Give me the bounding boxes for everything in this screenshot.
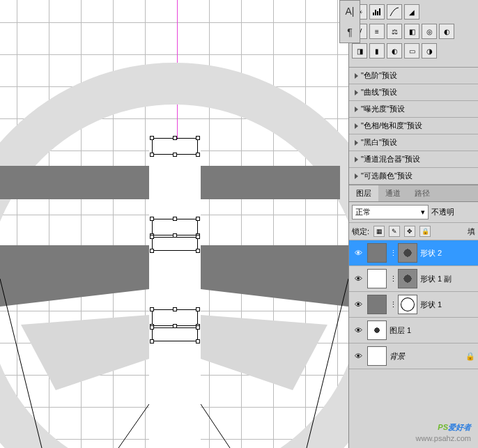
layer-row[interactable]: 👁 图层 1	[349, 318, 478, 343]
selection-1[interactable]	[152, 138, 198, 155]
lock-label: 锁定:	[352, 226, 369, 237]
layer-thumb[interactable]	[367, 243, 387, 263]
lock-icon: 🔒	[465, 352, 475, 361]
preset-bw[interactable]: "黑白"预设	[349, 134, 478, 151]
posterize-icon[interactable]: ▮	[369, 43, 385, 59]
paragraph-tool-icon[interactable]: ¶	[342, 24, 357, 40]
expand-icon	[355, 73, 358, 79]
blend-mode-select[interactable]: 正常 ▾	[352, 205, 429, 219]
visibility-icon[interactable]: 👁	[352, 300, 364, 309]
canvas-area[interactable]	[0, 0, 348, 448]
watermark-text: 爱好者	[448, 423, 471, 431]
layer-thumb[interactable]	[367, 269, 387, 288]
preset-mixer[interactable]: "通道混合器"预设	[349, 151, 478, 168]
layer-row[interactable]: 👁 ⋮ 形状 1 副	[349, 266, 478, 292]
selection-3[interactable]	[152, 237, 198, 251]
vector-mask-thumb[interactable]	[398, 269, 417, 288]
app-root: A| ¶ ☀ ◢ V ≡ ⚖ ◧ ◎ ◐ ◨ ▮ ◐ ▭	[0, 0, 478, 448]
selection-4[interactable]	[152, 309, 198, 326]
svg-rect-11	[377, 11, 378, 15]
expand-icon	[355, 123, 358, 129]
layer-name[interactable]: 形状 1	[420, 300, 442, 310]
link-icon: ⋮	[390, 275, 395, 284]
text-tool-icon[interactable]: A|	[342, 3, 357, 19]
hue-icon[interactable]: ≡	[369, 24, 385, 39]
expand-icon	[355, 173, 358, 179]
svg-marker-4	[201, 315, 327, 390]
expand-icon	[355, 140, 358, 146]
preset-curves[interactable]: "曲线"预设	[349, 84, 478, 101]
layer-name[interactable]: 背景	[390, 351, 405, 362]
adjustments-panel: ☀ ◢ V ≡ ⚖ ◧ ◎ ◐ ◨ ▮ ◐ ▭ ◑	[349, 0, 478, 68]
layer-row[interactable]: 👁 背景 🔒	[349, 343, 478, 369]
presets-list: "色阶"预设 "曲线"预设 "曝光度"预设 "色相/饱和度"预设 "黑白"预设 …	[349, 68, 478, 185]
visibility-icon[interactable]: 👁	[352, 325, 364, 335]
preset-exposure[interactable]: "曝光度"预设	[349, 101, 478, 118]
lock-paint-icon[interactable]: ✎	[389, 226, 400, 237]
blend-mode-value: 正常	[355, 207, 371, 217]
preset-selective[interactable]: "可选颜色"预设	[349, 168, 478, 185]
expand-icon	[355, 90, 358, 95]
tab-layers[interactable]: 图层	[349, 185, 378, 201]
panel-tabs: 图层 通道 路径	[349, 185, 478, 202]
svg-line-7	[118, 404, 149, 448]
curves-icon[interactable]	[387, 4, 402, 20]
gradient-map-icon[interactable]: ▭	[404, 43, 419, 59]
vector-mask-thumb[interactable]	[398, 295, 417, 314]
opacity-label: 不透明	[431, 207, 454, 217]
fill-label: 填	[468, 226, 475, 237]
preset-label: "色相/饱和度"预设	[361, 121, 422, 131]
preset-hue[interactable]: "色相/饱和度"预设	[349, 118, 478, 134]
link-icon: ⋮	[390, 300, 395, 309]
artwork	[0, 0, 348, 448]
preset-label: "曲线"预设	[361, 87, 397, 98]
bw-icon[interactable]: ◧	[404, 24, 419, 39]
lock-all-icon[interactable]: 🔒	[419, 226, 431, 237]
lock-move-icon[interactable]: ✥	[404, 226, 415, 237]
layer-name[interactable]: 图层 1	[390, 325, 411, 336]
center-column	[149, 139, 201, 448]
preset-label: "通道混合器"预设	[361, 154, 420, 164]
svg-line-8	[201, 404, 230, 448]
lock-transparency-icon[interactable]: ▦	[373, 226, 385, 237]
layer-row[interactable]: 👁 ⋮ 形状 2	[349, 240, 478, 266]
visibility-icon[interactable]: 👁	[352, 351, 364, 361]
watermark-ps: PS	[438, 423, 448, 431]
preset-label: "曝光度"预设	[361, 104, 405, 114]
layer-row[interactable]: 👁 ⋮ 形状 1	[349, 292, 478, 318]
blend-mode-row: 正常 ▾ 不透明	[349, 202, 478, 223]
layer-thumb[interactable]	[367, 320, 387, 340]
layer-name[interactable]: 形状 2	[420, 248, 442, 258]
preset-label: "黑白"预设	[361, 137, 397, 148]
watermark: PS爱好者 www.psahz.com	[416, 415, 471, 442]
lock-row: 锁定: ▦ ✎ ✥ 🔒 填	[349, 223, 478, 240]
photo-filter-icon[interactable]: ◎	[422, 24, 437, 39]
svg-marker-3	[21, 315, 149, 390]
mixer-icon[interactable]: ◐	[439, 24, 454, 39]
visibility-icon[interactable]: 👁	[352, 274, 364, 284]
expand-icon	[355, 157, 358, 162]
invert-icon[interactable]: ◨	[352, 43, 367, 59]
svg-marker-2	[201, 245, 348, 307]
svg-rect-12	[379, 8, 380, 15]
vector-mask-thumb[interactable]	[398, 243, 417, 263]
selection-2[interactable]	[152, 219, 198, 235]
levels-icon[interactable]	[369, 4, 385, 20]
threshold-icon[interactable]: ◐	[387, 43, 402, 59]
balance-icon[interactable]: ⚖	[387, 24, 402, 39]
tab-paths[interactable]: 路径	[408, 185, 437, 201]
svg-rect-10	[375, 10, 376, 15]
preset-levels[interactable]: "色阶"预设	[349, 68, 478, 84]
layer-thumb[interactable]	[367, 346, 387, 366]
watermark-url: www.psahz.com	[416, 434, 471, 442]
visibility-icon[interactable]: 👁	[352, 248, 364, 258]
tab-channels[interactable]: 通道	[378, 185, 408, 201]
preset-label: "色阶"预设	[361, 70, 397, 81]
chevron-down-icon: ▾	[421, 208, 425, 217]
selective-icon[interactable]: ◑	[422, 43, 437, 59]
layer-thumb[interactable]	[367, 295, 387, 314]
selection-5[interactable]	[152, 327, 198, 341]
layer-name[interactable]: 形状 1 副	[420, 274, 452, 284]
link-icon: ⋮	[390, 249, 395, 258]
exposure-icon[interactable]: ◢	[404, 4, 419, 20]
